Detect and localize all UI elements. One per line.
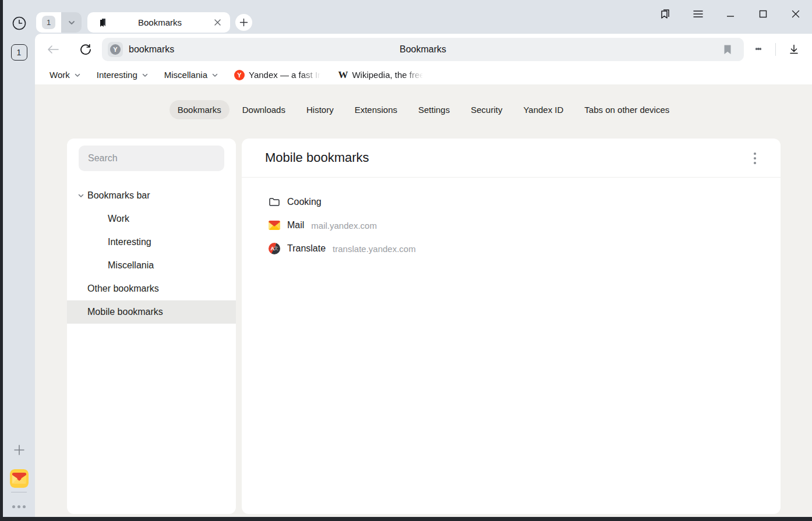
side-panels-button[interactable] [649,6,682,22]
panel-title: Mobile bookmarks [265,150,369,165]
back-button[interactable] [44,41,62,58]
yandex-badge-icon: Y [110,44,121,55]
tab-yandex-id[interactable]: Yandex ID [515,100,571,119]
download-icon [788,44,800,55]
list-item-mail[interactable]: Mail mail.yandex.com [242,214,781,237]
browser-tab-bookmarks[interactable]: Bookmarks [87,12,230,33]
browser-window: 1 1 [0,0,812,521]
hamburger-icon [693,9,704,19]
tab-group-control[interactable]: 1 [36,12,82,33]
bookmarks-panel-icon [659,8,672,20]
tab-security[interactable]: Security [463,100,510,119]
bookmark-url: translate.yandex.com [333,244,416,254]
close-icon [791,9,800,19]
tab-strip: 1 Bookmarks [35,0,812,34]
manager-nav-tabs: Bookmarks Downloads History Extensions S… [35,100,812,119]
chevron-down-icon [74,72,81,79]
rail-more-button[interactable] [10,502,28,511]
bookmark-url: mail.yandex.com [311,221,377,231]
minimize-icon [726,9,735,19]
tab-close-button[interactable] [211,17,223,29]
panel-menu-button[interactable] [747,150,763,166]
tab-downloads[interactable]: Downloads [234,100,294,119]
plus-icon [13,444,26,456]
bookmark-label: Yandex — a fast In [249,70,322,80]
tree-label: Miscellania [108,260,154,271]
bookmark-label: Mail [287,220,304,231]
workspace-button[interactable]: 1 [11,44,27,61]
tree-item-bookmarks-bar[interactable]: Bookmarks bar [67,184,236,207]
wikipedia-favicon: W [338,69,348,81]
tree-label: Interesting [108,237,151,247]
tree-item-other-bookmarks[interactable]: Other bookmarks [67,277,236,300]
navigation-toolbar: Y bookmarks Bookmarks [35,34,812,65]
yandex-mail-app-button[interactable] [10,469,29,488]
main-panel-header: Mobile bookmarks [242,139,781,178]
browser-menu-button[interactable] [682,6,714,22]
toolbar-area: Y bookmarks Bookmarks [35,34,812,84]
tree-item-interesting[interactable]: Interesting [67,231,236,254]
kebab-icon [754,153,756,155]
window-controls [649,6,812,22]
rail-divider [11,492,27,492]
tab-extensions[interactable]: Extensions [347,100,405,119]
bookmark-flag-icon [723,44,732,55]
folder-icon [269,196,280,208]
bookmark-icon [97,17,108,29]
tree-item-work[interactable]: Work [67,207,236,231]
reload-button[interactable] [77,41,94,58]
tree-item-mobile-bookmarks[interactable]: Mobile bookmarks [67,300,236,324]
bookmark-label: Cooking [287,197,322,207]
tab-bookmarks[interactable]: Bookmarks [170,100,230,119]
left-rail: 1 [3,0,35,517]
tree-label: Bookmarks bar [87,190,150,201]
toolbar-divider [775,43,776,56]
plus-icon [239,18,248,27]
list-item-translate[interactable]: A 文 Translate translate.yandex.com [242,237,781,260]
folder-label: Work [50,70,70,80]
downloads-button[interactable] [785,41,803,58]
add-bookmark-button[interactable] [721,42,735,56]
tree-label: Work [108,214,129,224]
site-badge[interactable]: Y [108,42,123,57]
yandex-mail-icon [269,219,280,231]
search-input[interactable] [79,146,224,171]
tree-label: Mobile bookmarks [87,307,163,317]
rail-add-button[interactable] [11,442,27,458]
close-window-button[interactable] [779,6,812,22]
reload-icon [79,43,92,56]
chevron-down-icon [77,192,85,200]
new-tab-button[interactable] [235,14,252,31]
list-item-cooking[interactable]: Cooking [242,190,781,214]
bookmarks-bar-folder-interesting[interactable]: Interesting [97,70,149,80]
bookmarks-tree: Bookmarks bar Work Interesting Miscellan… [67,184,236,324]
bookmark-list: Cooking Mail [242,178,781,260]
yandex-translate-icon: A 文 [269,243,280,254]
bookmarks-bar-folder-miscellania[interactable]: Miscellania [164,70,218,80]
chevron-down-icon [211,72,218,79]
bookmarks-bar-link-yandex[interactable]: Y Yandex — a fast In [234,70,322,80]
screen-edge-bottom [0,517,812,521]
yandex-favicon: Y [234,70,245,80]
tab-settings[interactable]: Settings [410,100,458,119]
folder-label: Interesting [97,70,137,80]
tab-group-count-button[interactable]: 1 [36,12,61,33]
ellipsis-icon [12,505,15,508]
page-title: Bookmarks [102,44,744,55]
bookmarks-bar-link-wikipedia[interactable]: W Wikipedia, the free [338,69,424,81]
bookmarks-bar-folder-work[interactable]: Work [50,70,81,80]
bookmark-label: Translate [287,243,326,254]
tab-history[interactable]: History [298,100,342,119]
history-clock-button[interactable] [11,15,27,31]
address-bar[interactable]: Y bookmarks Bookmarks [102,38,744,61]
url-text[interactable]: bookmarks [129,44,174,55]
tab-other-devices[interactable]: Tabs on other devices [576,100,677,119]
address-bar-menu-button[interactable] [750,41,767,57]
bookmarks-bar: Work Interesting Miscellania [35,65,812,84]
browser-main-column: 1 Bookmarks [35,0,812,517]
chevron-down-icon [142,72,149,79]
minimize-button[interactable] [714,6,747,22]
tab-group-dropdown-button[interactable] [61,12,82,33]
tree-item-miscellania[interactable]: Miscellania [67,254,236,277]
maximize-button[interactable] [747,6,779,22]
